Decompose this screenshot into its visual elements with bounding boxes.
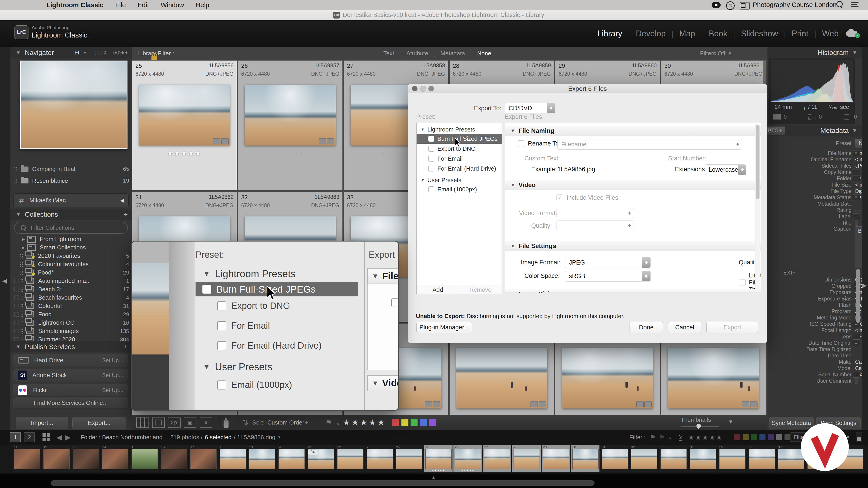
jump-arrow-icon[interactable]: →: [852, 214, 860, 219]
photo-badge-crop-icon[interactable]: [221, 138, 228, 144]
preset-checkbox[interactable]: [428, 146, 434, 152]
filter-toggle-switch[interactable]: [856, 432, 862, 442]
filmstrip-photo[interactable]: [719, 449, 745, 469]
preset-group-collapse-icon[interactable]: ▼: [421, 127, 425, 132]
metadata-preset-dropdown[interactable]: None: [855, 138, 862, 148]
filmstrip-reveal-icon[interactable]: ▲: [431, 475, 436, 480]
filmstrip-flag-unflagged-icon[interactable]: ⚑: [659, 433, 665, 441]
filmstrip-thumb-30[interactable]: 30: [571, 445, 599, 472]
navigator-preview-image[interactable]: [20, 61, 127, 149]
export-to-dropdown[interactable]: CD/DVD: [505, 103, 555, 113]
filmstrip-photo[interactable]: [161, 449, 187, 469]
filter-tab-none[interactable]: None: [471, 50, 497, 57]
navigator-zoom-50%[interactable]: 50%: [113, 50, 124, 56]
second-window-button[interactable]: 2: [24, 432, 35, 442]
clipping-counter[interactable]: 0: [808, 113, 822, 120]
target-checkbox[interactable]: [14, 287, 19, 291]
filmstrip-thumb-24[interactable]: 24: [395, 445, 423, 472]
filmstrip-photo[interactable]: [396, 449, 422, 469]
publish-service-harddrive[interactable]: Hard DriveSet Up...: [13, 354, 128, 367]
folder-row-camping-in-beal[interactable]: Camping in Beal65: [10, 163, 132, 175]
filmstrip-thumb-29[interactable]: 29: [541, 445, 570, 472]
grid-cell-26[interactable]: 261L5A98576720 x 4480DNG+JPEG· · · ·: [238, 61, 342, 190]
filmstrip-photo[interactable]: [455, 449, 481, 469]
preset-item-for-email-hard-drive-[interactable]: For Email (Hard Drive): [416, 164, 502, 173]
mag-item-checkbox[interactable]: [217, 301, 226, 311]
metadata-value[interactable]: Digital Negative (DNG): [855, 188, 862, 194]
filter-collections-input[interactable]: Filter Collections: [14, 222, 128, 234]
filmstrip-photo[interactable]: [514, 449, 540, 469]
target-checkbox[interactable]: [14, 295, 19, 300]
photo-badge-crop-icon[interactable]: [327, 138, 334, 144]
navigator-collapse-icon[interactable]: ▼: [16, 50, 21, 56]
mag-group-user-presets[interactable]: ▼ User Presets: [203, 361, 272, 372]
tab-map[interactable]: Map: [679, 29, 695, 38]
sort-direction-icon[interactable]: ⇅: [242, 418, 248, 427]
filmstrip-filter-stars[interactable]: ★★★★★: [688, 433, 723, 441]
filmstrip-photo[interactable]: [43, 449, 70, 469]
cell-rating-dots[interactable]: · · · ·: [238, 150, 342, 157]
filmstrip-color-filter-4[interactable]: [768, 434, 774, 440]
metadata-caption-box[interactable]: Beach: [855, 226, 862, 268]
filmstrip-thumb-18[interactable]: 18: [218, 445, 247, 472]
filmstrip-thumb-22[interactable]: 22: [336, 445, 364, 472]
survey-view-icon[interactable]: ▣: [184, 417, 196, 428]
video-section-header[interactable]: ▼Video: [505, 180, 761, 190]
action-menu-icon[interactable]: ≡: [852, 150, 860, 156]
photo-badge-crop-icon[interactable]: [539, 401, 546, 407]
cell-photo[interactable]: [245, 85, 336, 145]
photo-badge-stack-icon[interactable]: [742, 401, 749, 407]
collection-item-smart-collections[interactable]: ▶Smart Collections: [10, 243, 132, 252]
filmstrip-thumb-16[interactable]: 16: [160, 445, 188, 472]
color-label-0[interactable]: [392, 419, 399, 426]
filmstrip-color-filter-3[interactable]: [759, 434, 766, 440]
creative-cloud-icon[interactable]: ◎: [726, 1, 735, 10]
publish-service-setup[interactable]: Set Up...: [102, 387, 123, 393]
collection-item-food[interactable]: Food29: [10, 310, 132, 319]
jump-arrow-icon[interactable]: →: [852, 340, 860, 346]
clipping-counter[interactable]: 0: [773, 113, 786, 120]
rating-threshold-icon[interactable]: ≥: [679, 434, 682, 441]
filmstrip-photo[interactable]: [426, 449, 452, 469]
search-icon[interactable]: [836, 1, 843, 7]
tab-web[interactable]: Web: [822, 29, 839, 38]
cloud-sync-icon[interactable]: ✓: [846, 29, 859, 37]
publish-service-setup[interactable]: Set Up...: [102, 372, 123, 379]
photo-badge-crop-icon[interactable]: [750, 401, 757, 407]
filmstrip-photo[interactable]: [337, 449, 364, 469]
import-button[interactable]: Import...: [16, 417, 68, 429]
menu-item-help[interactable]: Help: [196, 1, 209, 9]
cancel-button[interactable]: Cancel: [668, 322, 702, 333]
window-title-bar[interactable]: LrC Domestika Basics-v10.lrcat - Adobe P…: [0, 10, 868, 21]
video-quality-dropdown[interactable]: [557, 221, 634, 231]
screen-recording-icon[interactable]: [712, 2, 721, 8]
tab-library[interactable]: Library: [597, 29, 622, 38]
filmstrip-thumb-26[interactable]: 26★★★★★: [454, 445, 482, 472]
color-label-3[interactable]: [420, 419, 427, 426]
filmstrip-thumb-14[interactable]: 14: [101, 445, 129, 472]
filmstrip-thumb-21[interactable]: 2194: [307, 445, 335, 472]
photo-badge-stack-icon[interactable]: [319, 138, 326, 144]
plugin-manager-button[interactable]: Plug-in Manager...: [416, 322, 472, 333]
filmstrip-thumb-36[interactable]: 36: [747, 445, 776, 472]
rating-stars[interactable]: ★★★★★: [343, 418, 386, 427]
filmstrip-photo[interactable]: [249, 449, 275, 469]
rename-template-dropdown[interactable]: Filename: [557, 139, 742, 150]
filmstrip-photo[interactable]: [660, 449, 687, 469]
photo-badge-stack-icon[interactable]: [530, 401, 538, 407]
jump-arrow-icon[interactable]: →: [852, 169, 860, 175]
metadata-view-dropdown[interactable]: EXIF and IPTC: [767, 126, 785, 135]
left-panel-collapse-strip[interactable]: ◀: [0, 47, 10, 430]
preset-item-email-1000px-[interactable]: Email (1000px): [416, 184, 502, 194]
folder-source-label[interactable]: Folder : Beach Northumberland: [81, 434, 162, 441]
collections-collapse-icon[interactable]: ▼: [16, 212, 21, 217]
filmstrip-scrollbar-thumb[interactable]: [51, 480, 594, 486]
filmstrip-thumb-20[interactable]: 20: [277, 445, 306, 472]
filmstrip-color-filter-2[interactable]: [751, 434, 757, 440]
target-checkbox[interactable]: [14, 329, 19, 333]
publish-service-adobe-stock[interactable]: StAdobe StockSet Up...: [13, 369, 128, 382]
preset-group-lightroom-presets[interactable]: ▼Lightroom Presets: [416, 125, 502, 134]
filter-tab-metadata[interactable]: Metadata: [434, 50, 471, 57]
filmstrip-thumb-13[interactable]: 13: [71, 445, 100, 472]
filmstrip-photo[interactable]: [14, 449, 40, 469]
